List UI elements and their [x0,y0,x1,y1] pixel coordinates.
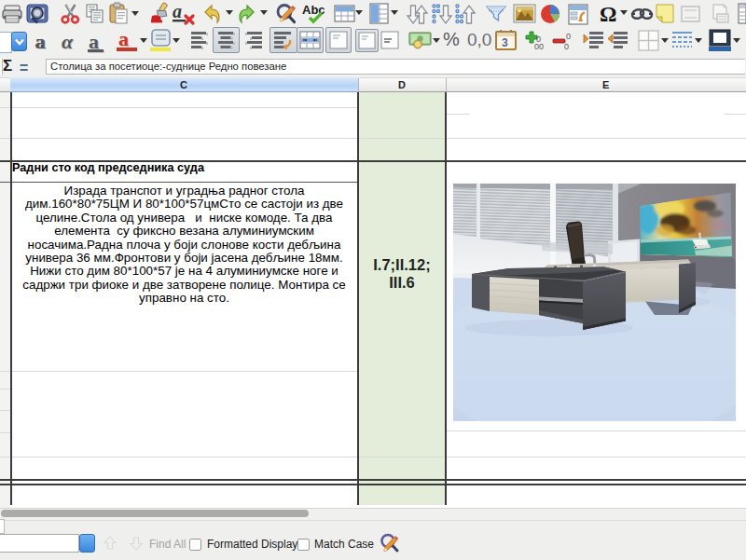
svg-text:Ω: Ω [600,3,616,26]
svg-text:00: 00 [534,42,544,51]
svg-text:3: 3 [502,36,508,49]
svg-text:0: 0 [566,32,571,41]
svg-text:0: 0 [564,42,569,51]
svg-text:a: a [173,2,182,21]
